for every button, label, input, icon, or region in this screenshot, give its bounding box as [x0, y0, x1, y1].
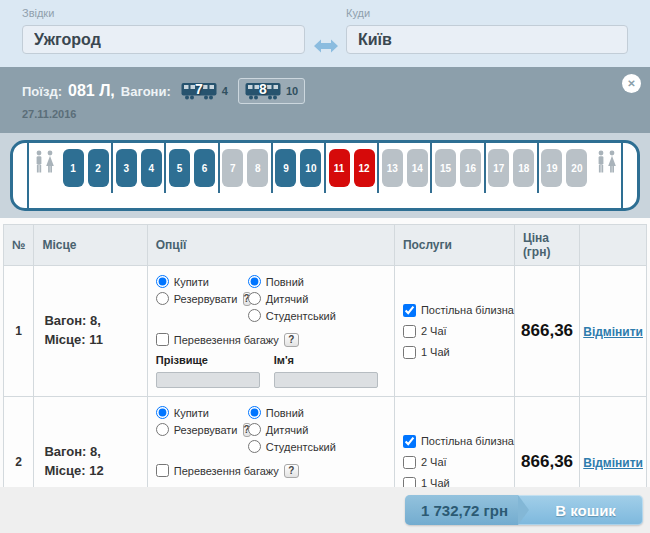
- two-teas-checkbox[interactable]: [403, 456, 416, 469]
- seat-pair: 1314: [377, 143, 430, 193]
- table-header-row: № Місце Опції Послуги Ціна (грн): [4, 225, 647, 266]
- from-field: Звідки: [22, 7, 305, 67]
- options-cell: Купити Резервувати ?: [147, 266, 394, 397]
- buy-option[interactable]: Купити: [156, 406, 248, 419]
- one-tea-option[interactable]: 1 Чай: [403, 346, 514, 359]
- student-fare-label: Студентський: [266, 310, 336, 322]
- buy-label: Купити: [174, 276, 209, 288]
- full-fare-radio[interactable]: [248, 406, 261, 419]
- one-tea-checkbox[interactable]: [403, 346, 416, 359]
- to-input[interactable]: [346, 25, 628, 54]
- footer-bar: 1 732,72 грн В кошик: [0, 487, 650, 533]
- reserve-option[interactable]: Резервувати ?: [156, 292, 248, 305]
- swap-direction-icon[interactable]: [305, 7, 346, 67]
- buy-option[interactable]: Купити: [156, 275, 248, 288]
- baggage-option[interactable]: Перевезення багажу ?: [156, 333, 388, 346]
- total-price: 1 732,72 грн: [405, 495, 518, 525]
- seat-4[interactable]: 4: [141, 149, 162, 187]
- wagon-line: Вагон: 8,: [44, 312, 146, 331]
- full-fare-option[interactable]: Повний: [248, 275, 388, 288]
- close-icon[interactable]: ✕: [622, 74, 641, 93]
- child-fare-radio[interactable]: [248, 292, 261, 305]
- wagon-tab-7[interactable]: 7 4: [181, 82, 228, 100]
- child-fare-option[interactable]: Дитячий: [248, 292, 388, 305]
- baggage-checkbox[interactable]: [156, 333, 169, 346]
- header-services: Послуги: [394, 225, 514, 266]
- seat-row: 1234567891011121314151617181920: [59, 143, 591, 208]
- child-fare-option[interactable]: Дитячий: [248, 423, 388, 436]
- seat-9[interactable]: 9: [275, 149, 296, 187]
- seat-pair: 1718: [484, 143, 537, 193]
- add-to-cart-button[interactable]: 1 732,72 грн В кошик: [405, 495, 643, 525]
- help-icon[interactable]: ?: [284, 333, 299, 347]
- wc-zone-right: [591, 143, 621, 208]
- one-tea-option[interactable]: 1 Чай: [403, 477, 514, 488]
- two-teas-option[interactable]: 2 Чаї: [403, 325, 514, 338]
- firstname-input[interactable]: [274, 372, 378, 388]
- full-fare-option[interactable]: Повний: [248, 406, 388, 419]
- seat-10[interactable]: 10: [300, 149, 321, 187]
- bed-linen-option[interactable]: Постільна білизна: [403, 435, 514, 448]
- cancel-link[interactable]: Відмінити: [583, 456, 643, 470]
- student-fare-radio[interactable]: [248, 309, 261, 322]
- fare-type-column: Повний Дитячий Студентський: [248, 406, 388, 457]
- seat-6[interactable]: 6: [194, 149, 215, 187]
- bed-linen-option[interactable]: Постільна білизна: [403, 304, 514, 317]
- header-actions: [580, 225, 647, 266]
- route-bar: Звідки Куди: [0, 0, 650, 67]
- train-header-bar: Поїзд: 081 Л, Вагони:: [0, 67, 650, 133]
- student-fare-radio[interactable]: [248, 440, 261, 453]
- price-cell: 866,36: [514, 266, 579, 397]
- student-fare-option[interactable]: Студентський: [248, 440, 388, 453]
- baggage-checkbox[interactable]: [156, 464, 169, 477]
- help-icon[interactable]: ?: [284, 464, 299, 478]
- two-teas-option[interactable]: 2 Чаї: [403, 456, 514, 469]
- header-num: №: [4, 225, 34, 266]
- surname-input[interactable]: [156, 372, 260, 388]
- row-number: 1: [4, 266, 34, 397]
- child-fare-label: Дитячий: [266, 424, 309, 436]
- baggage-label: Перевезення багажу: [174, 465, 279, 477]
- two-teas-checkbox[interactable]: [403, 325, 416, 338]
- reserve-radio[interactable]: [156, 292, 169, 305]
- seat-1[interactable]: 1: [63, 149, 84, 187]
- seat-12[interactable]: 12: [354, 149, 375, 187]
- full-fare-label: Повний: [266, 276, 304, 288]
- radio-columns: Купити Резервувати ?: [156, 406, 388, 457]
- wagon-number: 8: [245, 81, 281, 97]
- seat-7: 7: [222, 149, 243, 187]
- buy-radio[interactable]: [156, 406, 169, 419]
- bed-linen-checkbox[interactable]: [403, 304, 416, 317]
- reserve-label: Резервувати: [174, 424, 238, 436]
- bed-linen-checkbox[interactable]: [403, 435, 416, 448]
- seat-19: 19: [541, 149, 562, 187]
- wagon-number: 7: [181, 81, 217, 97]
- from-input[interactable]: [22, 25, 305, 54]
- to-label: Куди: [346, 7, 628, 19]
- purchase-type-column: Купити Резервувати ?: [156, 275, 248, 326]
- name-fields: Прізвище Ім'я: [156, 354, 388, 388]
- wagon-tab-8-selected[interactable]: 8 10: [238, 78, 305, 104]
- baggage-option[interactable]: Перевезення багажу ?: [156, 464, 388, 477]
- cancel-cell: Відмінити: [580, 266, 647, 397]
- row-number: 2: [4, 397, 34, 488]
- cancel-link[interactable]: Відмінити: [583, 325, 643, 339]
- child-fare-radio[interactable]: [248, 423, 261, 436]
- full-fare-radio[interactable]: [248, 275, 261, 288]
- services-cell: Постільна білизна 2 Чаї 1 Чай: [394, 397, 514, 488]
- student-fare-option[interactable]: Студентський: [248, 309, 388, 322]
- seat-3[interactable]: 3: [116, 149, 137, 187]
- reserve-radio[interactable]: [156, 423, 169, 436]
- wagon-line: Вагон: 8,: [44, 443, 146, 462]
- booking-page: Звідки Куди Поїзд: 081 Л, Вагони:: [0, 0, 650, 533]
- firstname-field: Ім'я: [274, 354, 378, 388]
- price-cell: 866,36: [514, 397, 579, 488]
- seat-5[interactable]: 5: [169, 149, 190, 187]
- reserve-option[interactable]: Резервувати ?: [156, 423, 248, 436]
- one-tea-checkbox[interactable]: [403, 477, 416, 488]
- buy-radio[interactable]: [156, 275, 169, 288]
- seat-11[interactable]: 11: [329, 149, 350, 187]
- train-number: 081 Л,: [68, 82, 115, 100]
- seat-2[interactable]: 2: [88, 149, 109, 187]
- reserve-label: Резервувати: [174, 293, 238, 305]
